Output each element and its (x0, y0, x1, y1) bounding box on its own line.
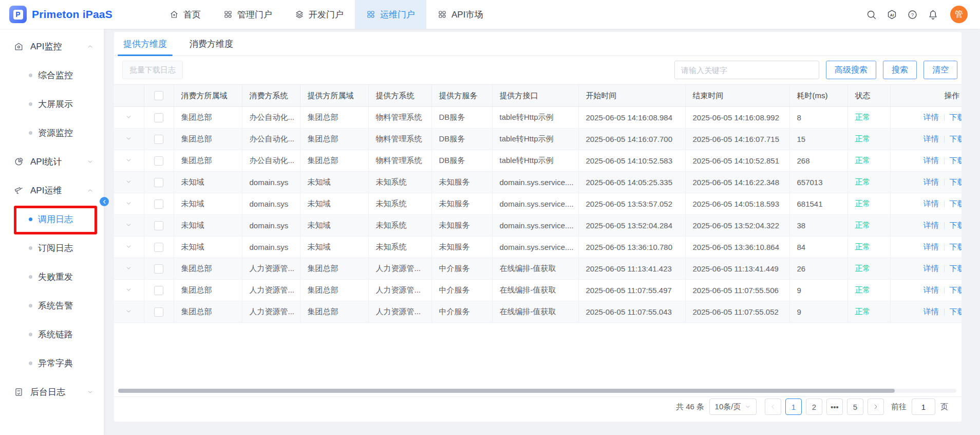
download-log-link[interactable]: 下载日志 (950, 307, 962, 316)
expand-cell[interactable] (114, 193, 144, 215)
sidebar-group-后台日志[interactable]: 后台日志 (0, 377, 104, 406)
detail-link[interactable]: 详情 (924, 285, 939, 294)
sidebar-item-订阅日志[interactable]: 订阅日志 (0, 233, 104, 262)
detail-link[interactable]: 详情 (924, 134, 939, 143)
select-cell[interactable] (144, 301, 174, 323)
select-cell[interactable] (144, 258, 174, 280)
download-log-link[interactable]: 下载日志 (950, 199, 962, 208)
sidebar-collapse-handle[interactable] (100, 197, 109, 206)
sidebar-item-系统告警[interactable]: 系统告警 (0, 291, 104, 320)
sidebar-item-系统链路[interactable]: 系统链路 (0, 320, 104, 349)
chevron-left-icon (102, 199, 107, 205)
clear-button[interactable]: 清空 (924, 61, 957, 79)
row-checkbox[interactable] (154, 221, 163, 230)
page-size-select[interactable]: 10条/页 (709, 398, 757, 415)
detail-link[interactable]: 详情 (924, 156, 939, 165)
select-cell[interactable] (144, 215, 174, 237)
detail-link[interactable]: 详情 (924, 199, 939, 208)
batch-download-button[interactable]: 批量下载日志 (122, 61, 183, 79)
next-page-button[interactable] (868, 398, 884, 415)
nav-item-API市场[interactable]: API市场 (426, 0, 494, 29)
select-cell[interactable] (144, 107, 174, 129)
detail-link[interactable]: 详情 (924, 221, 939, 229)
row-checkbox[interactable] (154, 156, 163, 166)
nav-item-开发门户[interactable]: 开发门户 (284, 0, 355, 29)
download-log-link[interactable]: 下载日志 (950, 177, 962, 186)
prev-page-button[interactable] (765, 398, 781, 415)
sidebar-item-调用日志[interactable]: 调用日志 (0, 205, 104, 233)
download-log-link[interactable]: 下载日志 (950, 134, 962, 143)
expand-cell[interactable] (114, 129, 144, 150)
nav-item-首页[interactable]: 首页 (158, 0, 212, 29)
sidebar-group-API运维[interactable]: API运维 (0, 176, 104, 205)
row-checkbox[interactable] (154, 286, 163, 295)
download-log-link[interactable]: 下载日志 (950, 221, 962, 229)
download-log-link[interactable]: 下载日志 (950, 264, 962, 273)
row-checkbox[interactable] (154, 307, 163, 317)
more-pages-button[interactable]: ••• (826, 398, 843, 415)
bell-icon[interactable] (928, 9, 938, 20)
row-checkbox[interactable] (154, 264, 163, 274)
select-cell[interactable] (144, 129, 174, 150)
sidebar-item-大屏展示[interactable]: 大屏展示 (0, 89, 104, 118)
row-checkbox[interactable] (154, 243, 163, 252)
select-cell[interactable] (144, 237, 174, 258)
expand-cell[interactable] (114, 258, 144, 280)
page-button-1[interactable]: 1 (785, 398, 802, 415)
row-checkbox[interactable] (154, 135, 163, 144)
top-nav-icon-group: AI? (866, 9, 938, 20)
advanced-search-button[interactable]: 高级搜索 (826, 61, 876, 79)
download-log-link[interactable]: 下载日志 (950, 242, 962, 251)
row-checkbox[interactable] (154, 113, 163, 122)
avatar[interactable]: 管 (950, 6, 968, 23)
cell: 人力资源管... (368, 301, 431, 323)
detail-link[interactable]: 详情 (924, 242, 939, 251)
select-cell[interactable] (144, 280, 174, 301)
select-all-checkbox[interactable] (154, 91, 163, 100)
download-log-link[interactable]: 下载日志 (950, 113, 962, 121)
scrollbar-thumb[interactable] (118, 389, 895, 393)
sidebar-item-失败重发[interactable]: 失败重发 (0, 262, 104, 291)
page-button-5[interactable]: 5 (847, 398, 863, 415)
sidebar-item-综合监控[interactable]: 综合监控 (0, 61, 104, 89)
sidebar-group-API监控[interactable]: API监控 (0, 32, 104, 61)
expand-cell[interactable] (114, 172, 144, 193)
keyword-input[interactable] (674, 61, 819, 79)
sidebar-group-API统计[interactable]: API统计 (0, 147, 104, 176)
nav-item-管理门户[interactable]: 管理门户 (212, 0, 284, 29)
brand[interactable]: P Primeton iPaaS (0, 6, 134, 23)
expand-cell[interactable] (114, 150, 144, 172)
tab-消费方维度[interactable]: 消费方维度 (190, 32, 233, 56)
expand-cell[interactable] (114, 301, 144, 323)
row-checkbox[interactable] (154, 200, 163, 209)
detail-link[interactable]: 详情 (924, 177, 939, 186)
expand-cell[interactable] (114, 107, 144, 129)
expand-cell[interactable] (114, 237, 144, 258)
column-header-状态: 状态 (847, 85, 890, 107)
select-cell[interactable] (144, 172, 174, 193)
cell: 集团总部 (300, 301, 368, 323)
expand-cell[interactable] (114, 280, 144, 301)
download-log-link[interactable]: 下载日志 (950, 156, 962, 165)
detail-link[interactable]: 详情 (924, 264, 939, 273)
search-icon[interactable] (866, 9, 877, 20)
sidebar-item-异常字典[interactable]: 异常字典 (0, 349, 104, 377)
search-button[interactable]: 搜索 (883, 61, 917, 79)
detail-link[interactable]: 详情 (924, 113, 939, 121)
expand-cell[interactable] (114, 215, 144, 237)
nav-item-运维门户[interactable]: 运维门户 (355, 0, 426, 29)
help-icon[interactable]: ? (907, 9, 918, 20)
goto-page-input[interactable] (912, 398, 935, 415)
sidebar-item-资源监控[interactable]: 资源监控 (0, 118, 104, 147)
detail-link[interactable]: 详情 (924, 307, 939, 316)
page-button-2[interactable]: 2 (806, 398, 822, 415)
tab-提供方维度[interactable]: 提供方维度 (123, 32, 167, 56)
row-checkbox[interactable] (154, 178, 163, 187)
select-cell[interactable] (144, 193, 174, 215)
select-cell[interactable] (144, 150, 174, 172)
column-header-消费方系统: 消费方系统 (242, 85, 300, 107)
download-log-link[interactable]: 下载日志 (950, 285, 962, 294)
ai-icon[interactable]: AI (887, 9, 897, 20)
horizontal-scrollbar[interactable] (118, 389, 956, 393)
column-header-结束时间: 结束时间 (685, 85, 789, 107)
